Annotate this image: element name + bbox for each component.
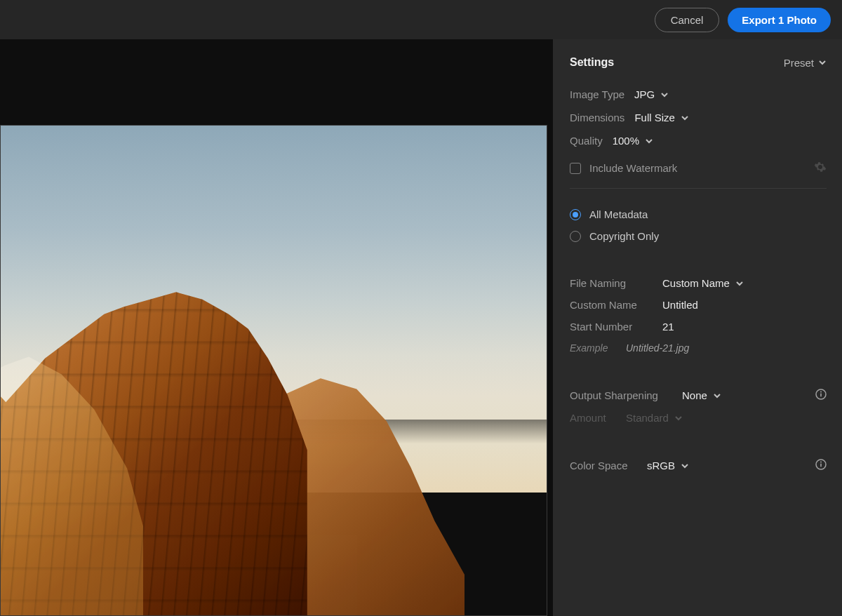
settings-title: Settings <box>570 56 614 69</box>
info-icon <box>815 389 827 400</box>
color-space-info[interactable] <box>815 459 827 472</box>
settings-panel: Settings Preset Image Type JPG Dimension… <box>553 39 842 616</box>
include-watermark-checkbox[interactable] <box>570 163 581 174</box>
svg-point-1 <box>820 391 822 393</box>
all-metadata-label: All Metadata <box>589 208 648 220</box>
preset-dropdown[interactable]: Preset <box>784 57 827 69</box>
file-naming-label: File Naming <box>570 277 662 289</box>
svg-point-4 <box>820 462 822 463</box>
image-type-value: JPG <box>634 88 655 100</box>
top-toolbar: Cancel Export 1 Photo <box>0 0 842 39</box>
all-metadata-radio[interactable] <box>570 209 581 220</box>
amount-dropdown: Standard <box>626 412 683 424</box>
example-label: Example <box>570 342 626 354</box>
start-number-field[interactable]: 21 <box>662 321 674 333</box>
custom-name-field[interactable]: Untitled <box>662 299 698 311</box>
chevron-down-icon <box>660 91 669 99</box>
color-space-label: Color Space <box>570 460 647 471</box>
preset-label: Preset <box>784 57 814 69</box>
chevron-down-icon <box>818 58 827 67</box>
copyright-only-radio[interactable] <box>570 231 581 242</box>
color-space-dropdown[interactable]: sRGB <box>647 460 689 471</box>
amount-value: Standard <box>626 412 669 424</box>
watermark-settings-gear[interactable] <box>814 161 827 175</box>
chevron-down-icon <box>681 462 689 470</box>
photo-preview <box>0 125 547 616</box>
quality-value: 100% <box>613 135 639 147</box>
color-space-value: sRGB <box>647 460 675 471</box>
gear-icon <box>814 161 827 173</box>
output-sharpening-label: Output Sharpening <box>570 389 682 401</box>
amount-label: Amount <box>570 412 626 424</box>
main-area: Settings Preset Image Type JPG Dimension… <box>0 39 842 616</box>
include-watermark-label: Include Watermark <box>589 162 677 174</box>
cancel-button[interactable]: Cancel <box>655 8 720 32</box>
svg-rect-5 <box>820 464 822 467</box>
start-number-label: Start Number <box>570 321 662 333</box>
photo-preview-area <box>0 39 553 616</box>
chevron-down-icon <box>713 391 721 400</box>
dimensions-value: Full Size <box>634 112 675 123</box>
file-naming-dropdown[interactable]: Custom Name <box>662 277 744 289</box>
chevron-down-icon <box>645 137 653 145</box>
copyright-only-label: Copyright Only <box>589 230 659 242</box>
image-type-dropdown[interactable]: JPG <box>634 88 669 100</box>
dimensions-label: Dimensions <box>570 112 624 123</box>
svg-rect-2 <box>820 394 822 397</box>
file-naming-value: Custom Name <box>662 277 730 289</box>
quality-label: Quality <box>570 135 603 147</box>
info-icon <box>815 459 827 470</box>
example-value: Untitled-21.jpg <box>626 342 689 354</box>
chevron-down-icon <box>674 414 683 422</box>
quality-dropdown[interactable]: 100% <box>613 135 653 147</box>
custom-name-label: Custom Name <box>570 299 662 311</box>
output-sharpening-value: None <box>682 389 707 401</box>
output-sharpening-info[interactable] <box>815 389 827 402</box>
export-button[interactable]: Export 1 Photo <box>728 8 831 32</box>
image-type-label: Image Type <box>570 88 624 100</box>
chevron-down-icon <box>735 279 744 288</box>
divider <box>570 188 827 189</box>
dimensions-dropdown[interactable]: Full Size <box>634 112 689 123</box>
output-sharpening-dropdown[interactable]: None <box>682 389 721 401</box>
chevron-down-icon <box>681 114 689 122</box>
